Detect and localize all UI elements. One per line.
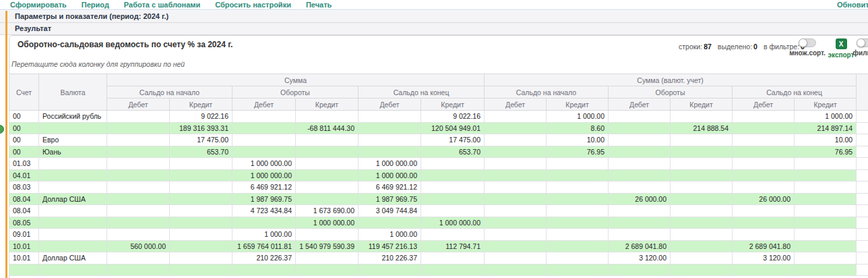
- col-header-debit[interactable]: Дебет: [485, 99, 547, 111]
- cell-value[interactable]: [421, 252, 485, 265]
- export-excel-icon[interactable]: X: [836, 38, 847, 49]
- cell-value[interactable]: [609, 169, 671, 182]
- cell-value[interactable]: [795, 169, 857, 182]
- col-header-debit[interactable]: Дебет: [232, 99, 296, 111]
- cell-value[interactable]: [795, 182, 857, 194]
- cell-value[interactable]: 6 469 921.12: [359, 182, 421, 194]
- cell-value[interactable]: [296, 158, 359, 170]
- cell-value[interactable]: [547, 240, 609, 252]
- cell-value[interactable]: 1 659 764 011.81: [232, 240, 296, 252]
- cell-value[interactable]: [170, 217, 232, 229]
- cell-value[interactable]: [107, 134, 170, 146]
- cell-value[interactable]: [609, 264, 671, 276]
- cell-currency[interactable]: [39, 240, 107, 252]
- cell-currency[interactable]: [39, 158, 107, 170]
- table-row[interactable]: 09.011 000.001 000.00: [9, 229, 868, 241]
- cell-value[interactable]: 8.60: [547, 122, 609, 134]
- cell-value[interactable]: 214 888.54: [671, 122, 733, 134]
- table-row[interactable]: 00Евро17 475.0017 475.0010.0010.00: [9, 134, 868, 146]
- cell-value[interactable]: 10.00: [795, 134, 857, 146]
- cell-value[interactable]: 1 000 000.00: [296, 217, 359, 229]
- cell-value[interactable]: [232, 264, 296, 276]
- cell-value[interactable]: [359, 146, 421, 158]
- menu-item-templates[interactable]: Работа с шаблонами: [124, 1, 200, 9]
- cell-value[interactable]: [547, 264, 609, 276]
- table-row[interactable]: 08.051 000 000.001 000 000.00: [9, 217, 868, 229]
- cell-value[interactable]: [485, 240, 547, 252]
- cell-value[interactable]: [733, 134, 795, 146]
- menu-item-print[interactable]: Печать: [306, 1, 332, 9]
- cell-value[interactable]: [170, 264, 232, 276]
- cell-value[interactable]: [733, 111, 795, 123]
- cell-value[interactable]: [107, 146, 170, 158]
- col-header-credit[interactable]: Кредит: [547, 99, 609, 111]
- cell-account[interactable]: 04.01: [9, 169, 39, 182]
- cell-currency[interactable]: Доллар США: [39, 252, 107, 265]
- cell-value[interactable]: 3 120.00: [609, 252, 671, 265]
- cell-value[interactable]: [232, 134, 296, 146]
- cell-value[interactable]: [795, 252, 857, 265]
- cell-value[interactable]: 1 000.00: [359, 229, 421, 241]
- cell-value[interactable]: [107, 193, 170, 205]
- cell-value[interactable]: [296, 182, 359, 194]
- cell-value[interactable]: 2 689 041.80: [609, 240, 671, 252]
- menu-item-period[interactable]: Период: [82, 1, 109, 9]
- table-row[interactable]: 10.01Доллар США210 226.37210 226.373 120…: [9, 252, 868, 265]
- cell-value[interactable]: [359, 264, 421, 276]
- cell-value[interactable]: [232, 146, 296, 158]
- cell-currency[interactable]: [39, 169, 107, 182]
- cell-value[interactable]: [733, 205, 795, 217]
- cell-value[interactable]: 120 504 949.01: [421, 122, 485, 134]
- cell-value[interactable]: 1 000 000.00: [232, 169, 296, 182]
- cell-value[interactable]: 1 000.00: [547, 111, 609, 123]
- cell-account[interactable]: 08.05: [9, 217, 39, 229]
- cell-value[interactable]: 1 987 969.75: [359, 193, 421, 205]
- cell-value[interactable]: [609, 122, 671, 134]
- cell-value[interactable]: [107, 229, 170, 241]
- cell-value[interactable]: [733, 158, 795, 170]
- cell-value[interactable]: [421, 193, 485, 205]
- cell-account[interactable]: 00: [9, 111, 39, 123]
- cell-value[interactable]: 653.70: [421, 146, 485, 158]
- cell-value[interactable]: 9 022.16: [170, 111, 232, 123]
- cell-value[interactable]: 9 022.16: [421, 111, 485, 123]
- cell-value[interactable]: [485, 169, 547, 182]
- cell-value[interactable]: [671, 111, 733, 123]
- cell-value[interactable]: [485, 158, 547, 170]
- cell-account[interactable]: 00: [9, 146, 39, 158]
- cell-value[interactable]: [671, 252, 733, 265]
- group-drop-zone[interactable]: Перетащите сюда колонку для группировки …: [11, 60, 185, 68]
- menu-item-refresh[interactable]: Обновить: [837, 1, 868, 9]
- cell-value[interactable]: [107, 169, 170, 182]
- cell-value[interactable]: [547, 205, 609, 217]
- cell-value[interactable]: [170, 229, 232, 241]
- table-row[interactable]: 10.01560 000.001 659 764 011.811 540 979…: [9, 240, 868, 252]
- col-header-credit[interactable]: Кредит: [296, 99, 359, 111]
- cell-currency[interactable]: [39, 182, 107, 194]
- menu-item-reset-settings[interactable]: Сбросить настройки: [215, 1, 291, 9]
- cell-value[interactable]: [107, 122, 170, 134]
- cell-account[interactable]: 01.03: [9, 158, 39, 170]
- col-header-credit[interactable]: Кредит: [795, 99, 857, 111]
- cell-value[interactable]: 10.00: [547, 134, 609, 146]
- cell-value[interactable]: -68 811 444.30: [296, 122, 359, 134]
- cell-value[interactable]: [795, 193, 857, 205]
- cell-value[interactable]: 1 000 000.00: [359, 169, 421, 182]
- cell-value[interactable]: [170, 158, 232, 170]
- cell-value[interactable]: [733, 217, 795, 229]
- cell-value[interactable]: [296, 146, 359, 158]
- table-row[interactable]: 01.031 000 000.001 000 000.00: [9, 158, 868, 170]
- cell-currency[interactable]: [39, 217, 107, 229]
- cell-value[interactable]: 210 226.37: [359, 252, 421, 265]
- cell-value[interactable]: 1 000.00: [232, 229, 296, 241]
- cell-account[interactable]: 09.01: [9, 229, 39, 241]
- cell-value[interactable]: [733, 146, 795, 158]
- section-result[interactable]: Результат: [0, 23, 868, 35]
- cell-value[interactable]: [671, 146, 733, 158]
- cell-value[interactable]: [359, 217, 421, 229]
- cell-value[interactable]: [107, 205, 170, 217]
- cell-value[interactable]: [296, 252, 359, 265]
- cell-value[interactable]: 1 673 690.00: [296, 205, 359, 217]
- cell-value[interactable]: 6 469 921.12: [232, 182, 296, 194]
- cell-value[interactable]: [485, 122, 547, 134]
